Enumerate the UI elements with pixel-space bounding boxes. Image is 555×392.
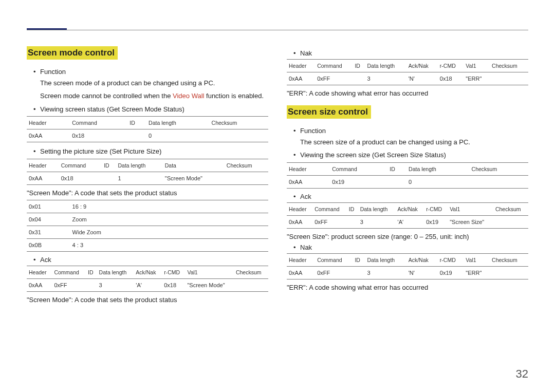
td [353,266,365,279]
td: 0x19 [330,175,387,188]
th: Ack/Nak [134,266,162,278]
td: "Screen Mode" [185,278,234,291]
viewing-status-bullet: Viewing screen status (Get Screen Mode S… [27,104,268,115]
td: "ERR" [464,266,490,279]
table-row: 0xAA 0xFF 3 'A' 0x18 "Screen Mode" [27,278,268,291]
nak-bullet: Nak [287,49,528,57]
td: "ERR" [464,72,490,85]
td: 0xAA [287,175,330,188]
th: Ack/Nak [406,60,438,72]
th: Val1 [185,266,234,278]
th: Ack/Nak [396,202,424,215]
th: Data length [365,253,406,266]
td [234,278,268,291]
th: Val1 [464,253,490,266]
td: 4 : 3 [70,238,268,251]
td [387,175,406,188]
screen-mode-values-table: 0x01 16 : 9 0x04 Zoom 0x31 Wide Zoom 0x0… [27,200,268,252]
td: Zoom [70,213,268,226]
th: Command [70,117,127,129]
td: 0xFF [315,266,353,279]
screen-size-caption: "Screen Size": product screen size (rang… [287,233,528,240]
th: ID [127,117,146,129]
th: ID [353,60,365,72]
th: Header [27,266,52,278]
td: 0xAA [27,172,59,184]
td: 3 [97,278,134,291]
nak-table-2: Header Command ID Data length Ack/Nak r-… [287,253,528,279]
screen-mode-caption-2: "Screen Mode": A code that sets the prod… [27,296,268,304]
th: Command [312,202,347,215]
function-desc-2: Screen mode cannot be controlled when th… [27,91,268,101]
err-caption-2: "ERR": A code showing what error has occ… [287,284,528,291]
header-rule [27,30,528,30]
th: Header [27,159,59,172]
th: r-CMD [438,60,464,72]
th: Header [287,253,315,266]
td: "Screen Size" [448,215,493,228]
td: 0x31 [27,226,70,238]
right-column: Nak Header Command ID Data length Ack/Na… [287,46,528,307]
nak-table: Header Command ID Data length Ack/Nak r-… [287,59,528,85]
th: Data length [406,162,470,175]
set-picture-size-table: Header Command ID Data length Data Check… [27,159,268,185]
th: Val1 [448,202,493,215]
text: function is enabled. [204,92,264,100]
function-desc-3: The screen size of a product can be chan… [287,137,528,147]
get-screen-size-table: Header Command ID Data length Checksum 0… [287,162,528,189]
function-bullet: Function [27,67,268,77]
th: Header [287,162,330,175]
td: 0xFF [315,72,353,85]
table-row: 0xAA 0xFF 3 'N' 0x18 "ERR" [287,72,528,85]
table-row: 0xAA 0x19 0 [287,175,528,188]
th: Checksum [225,159,268,172]
td [490,72,528,85]
left-column: Screen mode control Function The screen … [27,46,268,307]
th: Data length [146,117,210,129]
th: Header [287,202,312,215]
td: 0xFF [52,278,86,291]
td: "Screen Mode" [163,172,225,184]
th: Data length [365,60,406,72]
th: Header [27,117,70,129]
td [347,215,358,228]
th: Checksum [470,162,528,175]
th: Data length [358,202,396,215]
td: 0 [406,175,470,188]
table-row: 0xAA 0xFF 3 'A' 0x19 "Screen Size" [287,215,528,228]
table-row: 0xAA 0x18 0 [27,129,268,142]
th: Checksum [210,117,268,129]
err-caption-1: "ERR": A code showing what error has occ… [287,89,528,97]
td [127,129,146,142]
td [225,172,268,184]
screen-size-heading: Screen size control [287,105,371,119]
table-row: 0x01 16 : 9 [27,200,268,213]
td: 0x01 [27,200,70,213]
td: 0xAA [27,278,52,291]
td [490,266,528,279]
video-wall-link[interactable]: Video Wall [173,92,204,100]
td [493,215,528,228]
function-bullet-2: Function [287,126,528,136]
th: ID [387,162,406,175]
th: Data length [97,266,134,278]
screen-mode-heading: Screen mode control [27,46,118,60]
th: r-CMD [162,266,185,278]
td: Wide Zoom [70,226,268,238]
td: 0x0B [27,238,70,251]
table-row: 0x04 Zoom [27,213,268,226]
th: Checksum [234,266,268,278]
th: Command [330,162,387,175]
th: r-CMD [438,253,464,266]
td: 'A' [134,278,162,291]
td [353,72,365,85]
td: 0xAA [287,215,312,228]
text: Screen mode cannot be controlled when th… [40,92,173,100]
th: Checksum [490,60,528,72]
th: r-CMD [424,202,448,215]
td: 0xAA [287,266,315,279]
td [210,129,268,142]
th: Header [287,60,315,72]
td: 0 [146,129,210,142]
ack-bullet: Ack [27,256,268,264]
